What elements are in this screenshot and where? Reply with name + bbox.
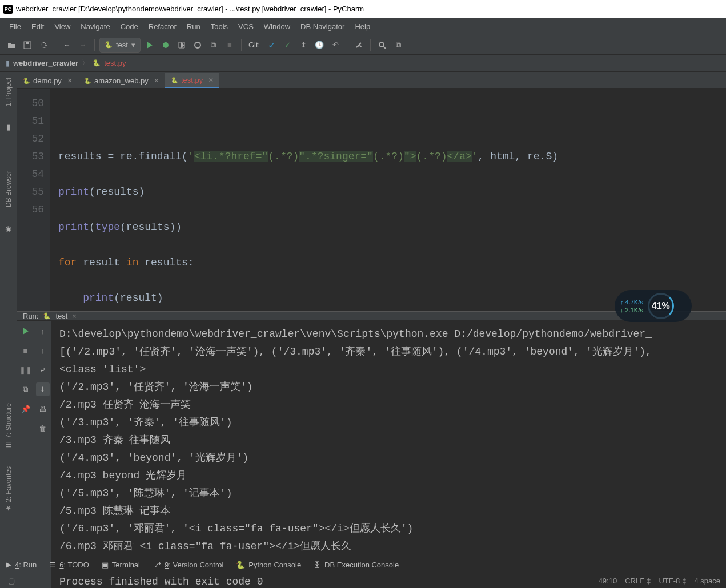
menu-edit[interactable]: Edit: [27, 20, 49, 33]
window-titlebar: PC webdriver_crawler [D:\develop\pythond…: [0, 0, 726, 18]
close-icon[interactable]: ×: [67, 76, 72, 85]
menubar: File Edit View Navigate Code Refactor Ru…: [0, 18, 726, 35]
tab-label: demo.py: [33, 76, 62, 85]
menu-run[interactable]: Run: [182, 20, 205, 33]
dropdown-icon: ▾: [131, 41, 135, 49]
python-icon: 🐍: [84, 78, 91, 84]
python-icon: 🐍: [93, 59, 101, 67]
tab-test[interactable]: 🐍 test.py ×: [165, 73, 219, 88]
python-icon: 🐍: [171, 77, 178, 83]
menu-navigate[interactable]: Navigate: [76, 20, 114, 33]
scroll-end-icon[interactable]: ⤓: [36, 382, 50, 396]
git-update-icon[interactable]: ↙: [264, 38, 278, 52]
stop-button[interactable]: ■: [223, 38, 236, 52]
network-overlay[interactable]: ↑ 4.7K/s ↓ 2.1K/s 41%: [615, 290, 692, 322]
run-button[interactable]: [143, 38, 157, 52]
python-icon: 🐍: [105, 41, 113, 49]
pycharm-icon: PC: [3, 5, 13, 14]
python-icon: 🐍: [23, 78, 30, 84]
debug-button[interactable]: [159, 38, 173, 52]
softwrap-icon[interactable]: ⤶: [36, 363, 50, 377]
bottom-run[interactable]: 4: Run: [6, 561, 37, 569]
print-icon[interactable]: 🖶: [36, 402, 50, 416]
menu-window[interactable]: Window: [259, 20, 295, 33]
run-toolbar-2: ↑ ↓ ⤶ ⤓ 🖶 🗑: [34, 321, 51, 588]
db-icon[interactable]: ⧉: [391, 38, 405, 52]
open-icon[interactable]: [5, 38, 18, 52]
run-config-title: test: [55, 312, 67, 320]
breadcrumb-project[interactable]: webdriver_crawler: [13, 59, 78, 67]
tool-favorites[interactable]: ★ 2: Favorites: [5, 463, 13, 515]
net-up: ↑ 4.7K/s: [620, 299, 643, 305]
menu-vcs[interactable]: VCS: [234, 20, 258, 33]
run-tool-window: Run: 🐍 test × ■ ❚❚ ⧉ 📌 ↑ ↓ ⤶ ⤓ �: [17, 311, 726, 557]
menu-file[interactable]: File: [5, 20, 26, 33]
pin-icon[interactable]: 📌: [19, 402, 33, 416]
sync-icon[interactable]: [37, 38, 50, 52]
db-tool-icon[interactable]: ◉: [2, 222, 15, 236]
line-gutter: 50515253545556: [17, 89, 50, 311]
main-toolbar: ← → 🐍 test ▾ ⧉ ■ Git: ↙ ✓ ⬍ 🕓 ↶ ⧉: [0, 35, 726, 55]
code-content[interactable]: results = re.findall('<li.*?href="(.*?)"…: [50, 89, 726, 311]
net-percent: 41%: [648, 293, 674, 319]
git-revert-icon[interactable]: ↶: [328, 38, 342, 52]
tool-structure[interactable]: ☰ 7: Structure: [5, 400, 13, 452]
tool-project[interactable]: 1: Project: [5, 74, 13, 110]
close-icon[interactable]: ×: [154, 76, 159, 85]
chevron-icon: 〉: [82, 58, 89, 69]
breadcrumb-file[interactable]: test.py: [104, 59, 126, 67]
save-icon[interactable]: [21, 38, 34, 52]
concurrent-icon[interactable]: ⧉: [207, 38, 220, 52]
run-coverage-icon[interactable]: [175, 38, 188, 52]
close-icon[interactable]: ×: [208, 75, 213, 84]
menu-view[interactable]: View: [50, 20, 75, 33]
svg-line-5: [383, 46, 386, 49]
git-label: Git:: [248, 41, 260, 49]
down-icon[interactable]: ↓: [36, 344, 50, 357]
git-history-icon[interactable]: 🕓: [312, 38, 326, 52]
layout-icon[interactable]: ⧉: [19, 382, 33, 396]
git-commit-icon[interactable]: ✓: [280, 38, 294, 52]
tab-label: amazon_web.py: [94, 76, 149, 85]
run-toolbar-1: ■ ❚❚ ⧉ 📌: [17, 321, 34, 588]
left-tool-stripe-lower: ☰ 7: Structure ★ 2: Favorites: [0, 400, 17, 515]
folder-tool-icon[interactable]: ▮: [2, 122, 15, 133]
menu-dbnav[interactable]: DB Navigator: [296, 20, 349, 33]
python-icon: 🐍: [43, 312, 51, 320]
menu-code[interactable]: Code: [116, 20, 143, 33]
pause-icon[interactable]: ❚❚: [19, 363, 33, 377]
close-icon[interactable]: ×: [72, 312, 77, 320]
window-title: webdriver_crawler [D:\develop\pythondemo…: [16, 5, 364, 13]
menu-refactor[interactable]: Refactor: [144, 20, 181, 33]
menu-tools[interactable]: Tools: [206, 20, 232, 33]
run-label: Run:: [23, 312, 38, 320]
breadcrumb: ▮ webdriver_crawler 〉 🐍 test.py: [0, 55, 726, 72]
search-icon[interactable]: [375, 38, 389, 52]
profile-icon[interactable]: [191, 38, 204, 52]
folder-icon: ▮: [6, 59, 10, 67]
run-output[interactable]: D:\develop\pythondemo\webdriver_crawler\…: [51, 321, 726, 588]
rerun-icon[interactable]: [19, 324, 33, 338]
menu-help[interactable]: Help: [350, 20, 375, 33]
tab-label: test.py: [181, 76, 203, 84]
stop-icon[interactable]: ■: [19, 344, 33, 357]
git-compare-icon[interactable]: ⬍: [296, 38, 310, 52]
tab-demo[interactable]: 🐍 demo.py ×: [17, 73, 78, 88]
tool-db-browser[interactable]: DB Browser: [5, 167, 13, 211]
run-config-selector[interactable]: 🐍 test ▾: [99, 38, 141, 53]
clear-icon[interactable]: 🗑: [36, 421, 50, 435]
run-config-name: test: [116, 41, 128, 49]
svg-rect-1: [26, 42, 29, 44]
svg-point-2: [163, 42, 169, 48]
status-quick-icon[interactable]: ▢: [8, 577, 15, 585]
svg-point-3: [195, 42, 200, 48]
tab-amazon[interactable]: 🐍 amazon_web.py ×: [78, 73, 165, 88]
up-icon[interactable]: ↑: [36, 324, 50, 338]
settings-icon[interactable]: [352, 38, 366, 52]
code-editor[interactable]: 50515253545556 results = re.findall('<li…: [17, 89, 726, 311]
editor-tabs: 🐍 demo.py × 🐍 amazon_web.py × 🐍 test.py …: [17, 72, 726, 89]
back-icon[interactable]: ←: [60, 38, 74, 52]
net-down: ↓ 2.1K/s: [620, 307, 643, 313]
svg-point-4: [379, 42, 384, 47]
forward-icon[interactable]: →: [76, 38, 90, 52]
